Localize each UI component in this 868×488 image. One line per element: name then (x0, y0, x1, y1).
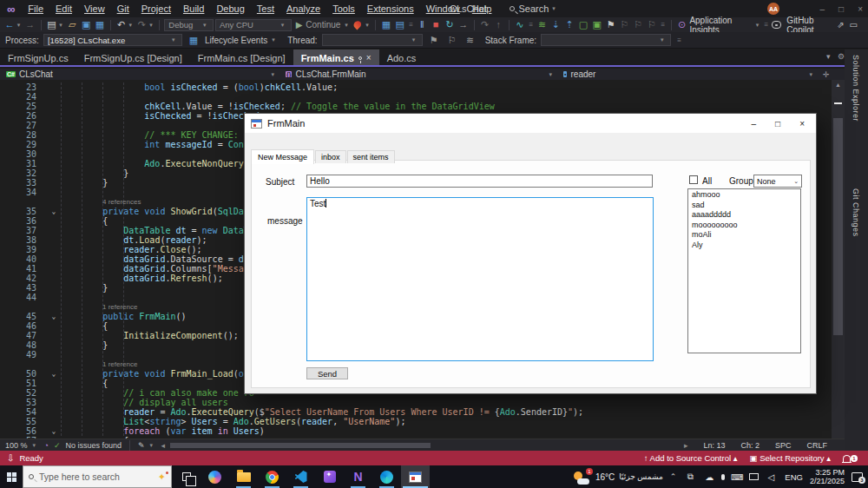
menu-tools[interactable]: Tools (326, 3, 361, 15)
live-visual-tree-icon[interactable]: ▦ (380, 18, 392, 31)
indent-mode-indicator[interactable]: SPC (775, 441, 792, 450)
fold-arrow-icon[interactable]: ⌄ (47, 207, 61, 216)
live-property-explorer-icon[interactable]: ▤ (394, 18, 406, 31)
fold-arrow-icon[interactable]: ⌄ (47, 426, 61, 436)
tabstrip-gear-icon[interactable]: ⚙ (838, 52, 845, 61)
cast-icon[interactable]: ⧉ (683, 472, 697, 482)
nav-back-icon[interactable]: ← (3, 18, 16, 31)
continue-button[interactable]: ▶Continue (293, 20, 344, 30)
save-icon[interactable]: ▣ (80, 18, 92, 31)
bookmark-icon[interactable]: ⚑ (605, 18, 617, 31)
immediate-window-icon[interactable]: ▣ (591, 18, 603, 31)
dialog-close-button[interactable]: × (799, 119, 805, 129)
save-all-icon[interactable]: ▦ (94, 18, 106, 31)
users-listbox[interactable]: ahmooosadaaaadddddmooooooooomoAliAly (687, 188, 801, 353)
microphone-icon[interactable] (721, 474, 725, 480)
subject-input[interactable] (306, 175, 653, 188)
message-textbox[interactable]: Test (306, 197, 654, 361)
close-icon[interactable]: × (366, 53, 372, 63)
project-dropdown[interactable]: C# CLsChat▾ (0, 69, 279, 80)
hscrollbar-thumb[interactable] (170, 443, 431, 448)
lifecycle-events-button[interactable]: Lifecycle Events (205, 36, 267, 45)
toolbar-overflow-icon[interactable]: ≡ (528, 21, 535, 29)
clschat-app-button[interactable] (401, 465, 430, 488)
code-line[interactable]: 23 bool isChecked = (bool)chkCell.Value; (0, 82, 832, 92)
chevron-down-icon[interactable]: ▾ (756, 22, 761, 29)
dialog-tab-inbox[interactable]: inbox (315, 150, 346, 163)
codelens-references[interactable]: 1 reference (61, 302, 137, 312)
line-indicator[interactable]: Ln: 13 (703, 441, 725, 450)
issues-status[interactable]: No issues found (66, 441, 122, 450)
stop-debugging-icon[interactable]: ■ (430, 18, 442, 31)
code-line[interactable]: 24 (0, 92, 832, 102)
user-list-item[interactable]: mooooooooo (692, 221, 797, 231)
chrome-button[interactable] (258, 465, 286, 488)
break-all-icon[interactable]: ‖ (416, 18, 428, 31)
member-dropdown[interactable]: ▪ reader▾ (557, 69, 818, 80)
menu-test[interactable]: Test (251, 3, 280, 15)
hscroll-left-arrow-icon[interactable]: ◂ (161, 441, 166, 450)
user-list-item[interactable]: aaaaddddd (692, 210, 797, 221)
menu-project[interactable]: Project (135, 3, 177, 15)
codelens-references[interactable]: 1 reference (61, 359, 137, 369)
user-list-item[interactable]: ahmooo (692, 190, 797, 201)
split-window-icon[interactable]: ✛ (823, 70, 830, 79)
chevron-down-icon[interactable]: ▾ (345, 22, 350, 29)
group-combo[interactable]: None⌄ (753, 175, 802, 188)
application-insights-icon[interactable]: ⊙ (676, 18, 688, 31)
editor-vertical-scrollbar[interactable]: ▲ (832, 80, 845, 439)
flag-threads-icon[interactable]: ⚑ (427, 34, 441, 47)
tab-frmmain-cs[interactable]: FrmMain.cs× (293, 49, 379, 65)
user-list-item[interactable]: sad (692, 201, 797, 211)
bookmark-window-icon[interactable]: ⚐ (646, 18, 658, 31)
chevron-down-icon[interactable]: ▾ (149, 22, 155, 29)
menu-extensions[interactable]: Extensions (361, 3, 420, 15)
column-indicator[interactable]: Ch: 2 (740, 441, 760, 450)
tab-list-chevron-icon[interactable]: ▾ (826, 52, 831, 61)
fold-arrow-icon[interactable]: ⌄ (47, 312, 61, 321)
type-dropdown[interactable]: {} CLsChat.FrmMain▾ (279, 69, 557, 80)
dialog-minimize-button[interactable]: – (752, 119, 757, 129)
diagnostics-icon[interactable]: ≋ (536, 18, 549, 31)
menu-build[interactable]: Build (177, 3, 210, 15)
onedrive-icon[interactable]: ☁ (702, 472, 716, 482)
menu-debug[interactable]: Debug (210, 3, 250, 15)
maximize-button[interactable]: □ (838, 4, 844, 14)
vscode-button[interactable] (286, 465, 315, 488)
intellitrace-icon[interactable]: ∿ (514, 18, 526, 31)
toolbar-overflow-icon[interactable]: ≡ (660, 21, 667, 29)
select-repository-button[interactable]: ▣ Select Repository ▴ (750, 453, 832, 463)
codelens-references[interactable]: 4 references (61, 197, 141, 207)
menu-file[interactable]: File (22, 3, 49, 15)
action-center-icon[interactable]: 3 (852, 472, 863, 482)
step-over-icon[interactable]: ⇡ (563, 18, 575, 31)
dialog-tab-new-message[interactable]: New Message (251, 149, 314, 164)
tab-frmmain-cs-design-[interactable]: FrmMain.cs [Design] (190, 49, 293, 65)
next-bookmark-icon[interactable]: ⚐ (632, 18, 644, 31)
tab-solution-explorer[interactable]: Solution Explorer (852, 55, 860, 122)
process-combo[interactable]: [16528] CLsChat.exe▾ (43, 34, 182, 46)
copilot-share-icon[interactable]: ⇗ (837, 20, 844, 30)
tab-frmsignup-cs-design-[interactable]: FrmSignUp.cs [Design] (76, 49, 190, 65)
scrollbar-thumb[interactable] (833, 118, 843, 335)
start-button[interactable] (0, 465, 23, 488)
toolbar-overflow-icon[interactable]: ≡ (675, 36, 683, 44)
copilot-button[interactable] (201, 465, 229, 488)
code-line[interactable]: 54 reader = Ado.ExecuteQuery($"Select Us… (0, 407, 832, 417)
eol-indicator[interactable]: CRLF (806, 441, 827, 450)
github-copilot-icon[interactable] (772, 21, 782, 29)
task-view-button[interactable] (172, 465, 201, 488)
step-back-icon[interactable]: ↷ (479, 18, 491, 31)
dialog-titlebar[interactable]: FrmMain – □ × (245, 114, 816, 133)
menu-view[interactable]: View (78, 3, 111, 15)
nav-forward-icon[interactable]: → (24, 18, 36, 31)
solution-platforms-combo[interactable]: Any CPU▾ (215, 19, 292, 31)
pencil-icon[interactable]: ✎ (138, 441, 145, 450)
menu-git[interactable]: Git (111, 3, 135, 15)
user-list-item[interactable]: moAli (692, 230, 797, 241)
search-control[interactable]: Search ▾ (510, 3, 558, 14)
weather-widget[interactable]: 1 16°C مشمس جزئيًا (574, 470, 663, 485)
thread-combo[interactable]: ▾ (322, 34, 423, 46)
hot-reload-icon[interactable] (352, 20, 363, 30)
fold-arrow-icon[interactable]: ⌄ (47, 369, 61, 379)
